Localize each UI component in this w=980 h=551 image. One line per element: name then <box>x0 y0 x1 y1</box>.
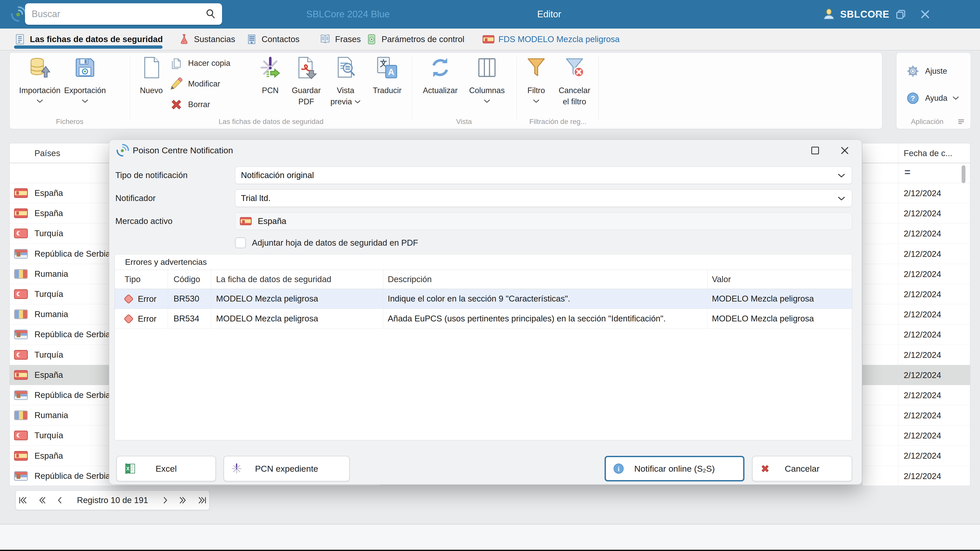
help-button[interactable]: ? Ayuda <box>906 91 959 105</box>
database-import-icon <box>28 56 52 79</box>
next-record-button[interactable] <box>162 496 169 505</box>
notification-type-select[interactable]: Notificación original <box>235 167 852 184</box>
date-cell[interactable]: 2/12/2024 <box>862 224 970 244</box>
import-button[interactable]: Importación <box>18 53 62 104</box>
col-header-tipo[interactable]: Tipo <box>115 270 168 289</box>
new-button[interactable]: Nuevo <box>132 53 170 96</box>
attach-pdf-label[interactable]: Adjuntar hoja de datos de seguridad en P… <box>252 238 418 248</box>
chevron-down-icon <box>838 197 845 201</box>
col-header-codigo[interactable]: Código <box>168 270 211 289</box>
date-cell[interactable]: 2/12/2024 <box>862 345 970 365</box>
country-name: Turquía <box>35 229 63 238</box>
user-icon <box>822 8 835 21</box>
modify-button[interactable]: Modificar <box>169 76 256 92</box>
cancel-button[interactable]: Cancelar <box>752 456 852 481</box>
country-name: República de Serbia <box>35 471 110 481</box>
date-cell[interactable]: 2/12/2024 <box>862 426 970 446</box>
notify-online-button[interactable]: i Notificar online (S₂S) <box>605 456 745 481</box>
country-name: Rumania <box>35 410 68 420</box>
save-pdf-button[interactable]: Guardar PDF <box>285 53 328 107</box>
active-tab-underline <box>14 45 162 49</box>
date-cell[interactable]: 2/12/2024 <box>862 324 970 345</box>
cancel-filter-button[interactable]: Cancelar el filtro <box>553 53 596 107</box>
col-header-valor[interactable]: Valor <box>708 270 852 289</box>
country-name: España <box>35 451 63 461</box>
creation-date-table: Fecha de c... = 2/12/20242/12/20242/12/2… <box>862 143 970 486</box>
restore-button[interactable] <box>892 0 910 29</box>
prev-record-button[interactable] <box>57 496 63 505</box>
country-name: Rumania <box>35 269 68 279</box>
document-list-icon <box>14 33 26 45</box>
flask-icon <box>178 33 190 45</box>
pcn-starburst-icon <box>259 56 282 79</box>
excel-button[interactable]: X Excel <box>116 456 216 481</box>
col-header-sds[interactable]: La ficha de datos de seguridad <box>211 270 383 289</box>
translate-button[interactable]: A Traducir <box>366 53 409 96</box>
date-cell[interactable]: 2/12/2024 <box>862 385 970 405</box>
date-cell[interactable]: 2/12/2024 <box>862 203 970 224</box>
date-cell[interactable]: 2/12/2024 <box>862 264 970 284</box>
country-name: Turquía <box>35 430 63 440</box>
notifier-select[interactable]: Trial ltd. <box>235 189 852 207</box>
date-cell[interactable]: 2/12/2024 <box>862 365 970 385</box>
cancel-filter-icon <box>563 56 586 79</box>
pcn-file-button[interactable]: PCN expediente <box>224 456 350 481</box>
prev-page-button[interactable] <box>38 496 46 505</box>
tab-control-parameters[interactable]: Parámetros de control <box>366 29 465 50</box>
search-box[interactable] <box>25 3 222 25</box>
pcn-starburst-icon <box>231 463 242 475</box>
error-description: Indique el color en la sección 9 "Caract… <box>383 289 708 309</box>
copy-button[interactable]: Hacer copia <box>169 56 256 71</box>
tab-substances[interactable]: Sustancias <box>178 29 235 50</box>
market-label: Mercado activo <box>115 213 233 230</box>
error-diamond-icon <box>124 294 134 304</box>
minimize-button[interactable] <box>869 0 887 29</box>
tr-flag-icon <box>14 229 28 238</box>
settings-button[interactable]: Ajuste <box>906 64 947 78</box>
dialog-title: Poison Centre Notification <box>133 140 233 161</box>
vertical-scrollbar-thumb[interactable] <box>962 165 966 183</box>
columns-button[interactable]: Columnas <box>465 53 509 104</box>
ribbon-group-sds: Las fichas de datos de seguridad <box>194 117 348 127</box>
date-cell[interactable]: 2/12/2024 <box>862 244 970 264</box>
export-button[interactable]: Exportación <box>63 53 107 104</box>
date-cell[interactable]: 2/12/2024 <box>862 183 970 203</box>
tab-contacts[interactable]: Contactos <box>246 29 300 50</box>
date-cell[interactable]: 2/12/2024 <box>862 466 970 486</box>
refresh-button[interactable]: Actualizar <box>418 53 462 96</box>
search-icon[interactable] <box>205 8 217 20</box>
close-button[interactable] <box>916 0 934 29</box>
first-record-button[interactable] <box>18 496 27 505</box>
window-mode-title: Editor <box>537 0 561 29</box>
attach-pdf-checkbox[interactable] <box>235 238 246 248</box>
delete-button[interactable]: Borrar <box>169 97 256 112</box>
excel-icon: X <box>124 462 137 475</box>
next-page-button[interactable] <box>179 496 187 505</box>
dialog-maximize-button[interactable] <box>810 145 821 156</box>
search-input[interactable] <box>25 9 205 19</box>
last-record-button[interactable] <box>198 496 207 505</box>
date-cell[interactable]: 2/12/2024 <box>862 304 970 324</box>
date-column-header[interactable]: Fecha de c... <box>862 143 970 163</box>
tr-flag-icon <box>14 350 28 360</box>
spain-flag-icon <box>483 35 494 43</box>
tab-phrases[interactable]: Frases <box>319 29 361 50</box>
chevron-down-icon <box>355 100 361 104</box>
date-cell[interactable]: 2/12/2024 <box>862 284 970 304</box>
record-counter: Registro 10 de 191 <box>77 495 148 505</box>
col-header-descripcion[interactable]: Descripción <box>383 270 708 289</box>
group-menu-icon[interactable] <box>957 119 965 125</box>
control-parameters-icon <box>366 33 377 45</box>
ribbon-group-filter: Filtración de reg... <box>512 117 604 127</box>
error-row[interactable]: ErrorBR530MODELO Mezcla peligrosaIndique… <box>115 289 852 309</box>
tab-fds-document[interactable]: FDS MODELO Mezcla peligrosa <box>483 29 620 50</box>
chevron-down-icon <box>82 99 88 103</box>
dialog-close-button[interactable] <box>839 145 850 156</box>
preview-button[interactable]: Vista previa <box>324 53 367 107</box>
date-cell[interactable]: 2/12/2024 <box>862 405 970 426</box>
error-row[interactable]: ErrorBR534MODELO Mezcla peligrosaAñada E… <box>115 309 852 329</box>
country-name: República de Serbia <box>35 390 110 400</box>
date-filter-operator[interactable]: = <box>862 163 970 183</box>
filter-button[interactable]: Filtro <box>521 53 552 104</box>
date-cell[interactable]: 2/12/2024 <box>862 446 970 466</box>
